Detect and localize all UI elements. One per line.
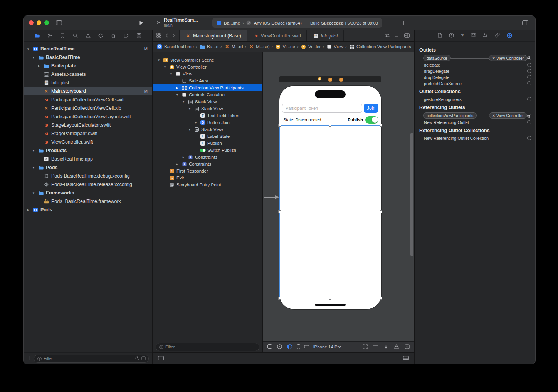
outline-row[interactable]: →Exit [153, 174, 262, 181]
back-button[interactable] [165, 33, 168, 39]
editor-tab[interactable]: ×Main.storyboard (Base) [179, 30, 247, 41]
navigator-tab-tests[interactable] [97, 32, 104, 39]
disclosure-triangle[interactable]: ▾ [31, 166, 36, 169]
outline-row[interactable]: Safe Area [153, 77, 262, 84]
adjust-editor-options-icon[interactable] [395, 33, 400, 39]
disclosure-triangle[interactable]: ▾ [163, 65, 167, 69]
outline-row[interactable]: ↑First Responder [153, 168, 262, 174]
embed-icon[interactable] [405, 344, 410, 350]
selection-handle[interactable] [278, 124, 281, 127]
disclosure-triangle[interactable]: ▾ [169, 72, 173, 76]
jumpbar-item[interactable]: Collection View Participants [349, 44, 411, 50]
orientation-portrait-icon[interactable] [297, 344, 300, 350]
navigator-row[interactable]: ×Main.storyboardM [24, 87, 152, 95]
navigator-row[interactable]: ViewController.swift [24, 138, 152, 146]
publish-switch[interactable] [365, 116, 378, 124]
outline-row[interactable]: FText Field Token [153, 112, 262, 119]
outline-row[interactable]: LPublish [153, 140, 262, 147]
navigator-row[interactable]: Pods-BasicRealTime.debug.xcconfig [24, 172, 152, 180]
navigator-tab-find[interactable] [72, 32, 78, 39]
add-editor-icon[interactable] [404, 33, 410, 39]
disclosure-triangle[interactable]: ▾ [175, 93, 180, 97]
connection-well-empty[interactable] [527, 97, 531, 101]
navigator-filter-field[interactable]: Filter [34, 355, 149, 363]
jumpbar-item[interactable]: Vi...ler [301, 44, 321, 50]
collection-view-selection[interactable] [279, 125, 381, 298]
jumpbar-item[interactable]: View [326, 44, 343, 50]
adaptation-icon[interactable] [277, 344, 282, 350]
navigator-tab-reports[interactable] [136, 32, 142, 39]
navigator-row[interactable]: Info.plist [24, 79, 152, 87]
debug-console-toggle-icon[interactable] [158, 356, 164, 362]
build-status[interactable]: Build Succeeded | 5/30/23 at 08:03 [310, 21, 378, 25]
code-review-icon[interactable] [385, 33, 390, 39]
disclosure-triangle[interactable]: ▸ [175, 162, 180, 166]
disclosure-triangle[interactable]: ▸ [26, 208, 30, 212]
connection-well-empty[interactable] [527, 69, 531, 73]
connection-well-empty[interactable] [527, 63, 531, 67]
navigator-row[interactable]: StageParticipant.swift [24, 129, 152, 138]
selection-handle[interactable] [278, 210, 281, 213]
disclosure-triangle[interactable]: ▾ [31, 55, 36, 59]
navigator-row[interactable]: ×ParticipantCollectionViewCell.xib [24, 104, 152, 112]
canvas-scrollbar[interactable] [410, 133, 413, 256]
toggle-inspector-button[interactable] [522, 16, 528, 30]
selection-handle[interactable] [380, 210, 382, 213]
project-title-block[interactable]: RealTimeSam... main [155, 17, 198, 28]
forward-button[interactable] [172, 33, 175, 39]
connection-source-pill[interactable]: dataSource [423, 55, 451, 61]
align-icon[interactable] [373, 345, 378, 350]
add-tab-button[interactable] [401, 16, 406, 30]
navigator-row[interactable]: ▾Frameworks [24, 189, 152, 197]
publish-label[interactable]: Publish [348, 117, 363, 122]
outline-row[interactable]: Switch Publish [153, 147, 262, 154]
recent-files-icon[interactable] [135, 356, 140, 361]
jumpbar-item[interactable]: BasicRealTime [156, 44, 194, 50]
navigator-row[interactable]: ParticipantCollectionViewLayout.swift [24, 112, 152, 121]
disclosure-triangle[interactable]: ▸ [37, 64, 41, 68]
connection-well-empty[interactable] [527, 120, 531, 124]
size-inspector-icon[interactable] [495, 33, 500, 39]
outline-row[interactable]: ▾Stack View [153, 126, 262, 133]
connection-well-connected[interactable] [527, 56, 531, 60]
disclosure-triangle[interactable]: ▸ [175, 86, 180, 90]
connection-well-empty[interactable] [527, 81, 531, 85]
navigator-tab-debug[interactable] [110, 32, 116, 39]
navigator-row[interactable]: ParticipantCollectionViewCell.swift [24, 95, 152, 104]
outline-row[interactable]: ▾View [153, 70, 262, 77]
outline-row[interactable]: ▾View Controller Scene [153, 57, 262, 64]
disclosure-triangle[interactable]: ▸ [181, 155, 186, 159]
navigator-row[interactable]: Assets.xcassets [24, 70, 152, 79]
editor-tab[interactable]: ViewController.swift [247, 30, 307, 41]
outline-row[interactable]: ▾Stack View [153, 98, 262, 105]
navigator-row[interactable]: ▸Boilerplate [24, 62, 152, 70]
outline-row[interactable]: LLabel State [153, 133, 262, 140]
selection-handle[interactable] [329, 297, 331, 300]
navigator-row[interactable]: StageLayoutCalculator.swift [24, 121, 152, 129]
add-file-button[interactable] [27, 356, 31, 361]
join-button[interactable]: Join [364, 104, 378, 113]
jumpbar-item[interactable]: Ba...e [199, 44, 218, 50]
outline-row[interactable]: ▸Collection View Participants [153, 84, 262, 91]
storyboard-entry-point-arrow[interactable] [264, 194, 280, 201]
disclosure-triangle[interactable]: ▾ [31, 191, 36, 195]
device-name[interactable]: iPhone 14 Pro [313, 345, 341, 349]
scheme-destination-bar[interactable]: Ba...ime › Any iOS Device (arm64) Build … [212, 18, 382, 28]
navigator-tab-sourcecontrol[interactable] [47, 32, 53, 39]
minimize-button[interactable] [37, 20, 41, 25]
navigator-row[interactable]: ▸Pods [24, 206, 152, 214]
connections-inspector-icon[interactable] [507, 33, 512, 39]
state-label[interactable]: State: Disconnected [283, 117, 348, 122]
exit-icon[interactable]: → [339, 77, 343, 81]
outline-filter-field[interactable]: Filter [156, 343, 259, 351]
disclosure-triangle[interactable]: ▾ [26, 47, 30, 51]
destination-name[interactable]: Any iOS Device (arm64) [254, 21, 302, 25]
outline-row[interactable]: ▸Constraints [153, 154, 262, 161]
navigator-row[interactable]: Pods_BasicRealTime.framework [24, 197, 152, 206]
scheme-name[interactable]: Ba...ime [224, 21, 240, 25]
appearance-toggle-icon[interactable] [287, 344, 292, 350]
disclosure-triangle[interactable]: ▾ [31, 149, 36, 152]
outline-row[interactable]: ▸Constraints [153, 161, 262, 168]
hide-debug-area-icon[interactable] [403, 356, 409, 362]
file-inspector-icon[interactable] [438, 33, 442, 39]
